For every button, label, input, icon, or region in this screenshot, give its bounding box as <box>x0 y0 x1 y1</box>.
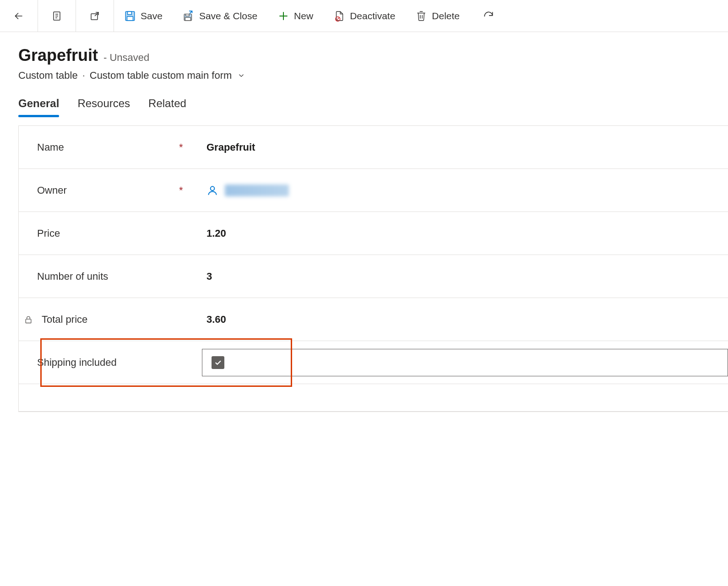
delete-label: Delete <box>432 11 460 22</box>
owner-field[interactable] <box>206 184 728 196</box>
total-price-label: Total price <box>42 314 87 326</box>
record-header: Grapefruit - Unsaved Custom table · Cust… <box>0 32 728 81</box>
shipping-checkbox[interactable] <box>212 356 224 369</box>
price-field[interactable]: 1.20 <box>206 228 728 239</box>
price-label: Price <box>37 228 179 239</box>
popout-icon <box>89 10 101 22</box>
units-label: Number of units <box>37 271 179 282</box>
save-icon <box>124 10 136 22</box>
units-row: Number of units 3 <box>19 255 728 298</box>
svg-rect-16 <box>26 319 31 323</box>
owner-label: Owner <box>37 184 179 196</box>
plus-icon <box>277 10 289 22</box>
deactivate-button[interactable]: Deactivate <box>323 0 405 32</box>
deactivate-label: Deactivate <box>350 11 395 22</box>
refresh-icon <box>483 10 494 22</box>
separator-dot: · <box>82 70 85 81</box>
clipboard-icon <box>51 10 63 22</box>
tab-list: General Resources Related <box>0 81 728 115</box>
svg-point-15 <box>211 186 215 190</box>
open-new-window-button[interactable] <box>76 0 114 32</box>
form-assistant-button[interactable] <box>38 0 76 32</box>
price-row: Price 1.20 <box>19 212 728 255</box>
name-row: Name * Grapefruit <box>19 126 728 169</box>
back-arrow-icon <box>13 10 25 22</box>
tab-related[interactable]: Related <box>148 97 186 115</box>
person-icon <box>206 184 218 196</box>
name-label: Name <box>37 141 179 153</box>
tab-general[interactable]: General <box>18 97 59 115</box>
required-indicator: * <box>179 184 206 196</box>
svg-rect-9 <box>185 14 189 16</box>
shipping-label: Shipping included <box>37 357 179 369</box>
form-bottom-space <box>19 384 728 412</box>
command-bar: Save Save & Close New Deactivate Delete <box>0 0 728 32</box>
svg-rect-6 <box>128 11 132 15</box>
save-button[interactable]: Save <box>114 0 173 32</box>
new-button[interactable]: New <box>267 0 323 32</box>
trash-icon <box>415 10 427 22</box>
form-panel: Name * Grapefruit Owner * Price 1.20 Num… <box>18 125 728 412</box>
svg-rect-10 <box>185 17 190 21</box>
owner-row: Owner * <box>19 169 728 212</box>
refresh-button[interactable] <box>470 0 507 32</box>
form-selector-label: Custom table custom main form <box>90 70 232 81</box>
save-label: Save <box>141 11 163 22</box>
name-field[interactable]: Grapefruit <box>206 141 728 153</box>
tab-resources[interactable]: Resources <box>77 97 130 115</box>
new-label: New <box>294 11 313 22</box>
save-status: - Unsaved <box>103 52 149 64</box>
form-selector[interactable]: Custom table custom main form <box>90 70 248 81</box>
delete-button[interactable]: Delete <box>405 0 470 32</box>
chevron-down-icon <box>235 70 247 81</box>
total-price-field: 3.60 <box>206 314 728 326</box>
svg-line-14 <box>337 17 340 21</box>
save-close-button[interactable]: Save & Close <box>173 0 267 32</box>
owner-value-redacted <box>225 184 289 196</box>
save-close-icon <box>183 10 195 22</box>
shipping-row: Shipping included <box>19 341 728 384</box>
save-close-label: Save & Close <box>199 11 257 22</box>
back-button[interactable] <box>0 0 38 32</box>
units-field[interactable]: 3 <box>206 271 728 282</box>
shipping-checkbox-field[interactable] <box>202 349 728 376</box>
total-price-row: Total price 3.60 <box>19 298 728 341</box>
entity-name: Custom table <box>18 70 78 81</box>
page-title: Grapefruit <box>18 46 98 65</box>
svg-rect-7 <box>127 16 133 21</box>
deactivate-icon <box>333 10 345 22</box>
lock-icon <box>22 314 34 326</box>
required-indicator: * <box>179 141 206 153</box>
